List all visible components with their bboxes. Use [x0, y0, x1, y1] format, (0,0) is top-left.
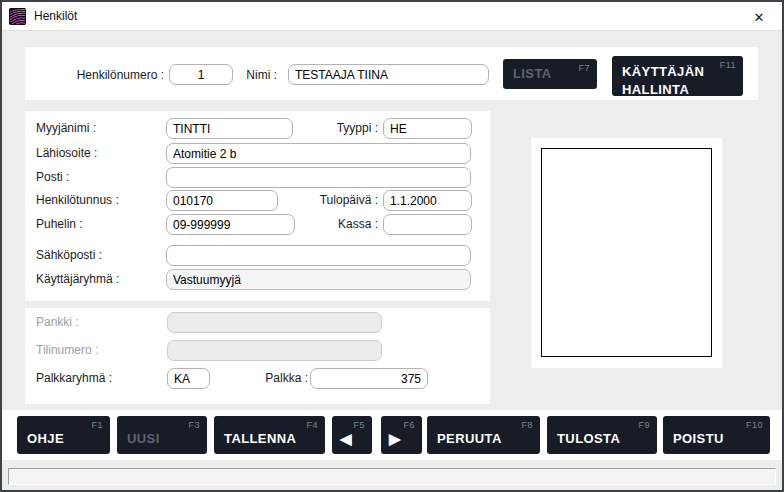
poistu-fkey: F10	[746, 420, 763, 430]
previous-arrow-icon: ◀	[340, 430, 352, 448]
peruuta-label: PERUUTA	[437, 431, 502, 446]
window-title: Henkilöt	[34, 9, 77, 23]
title-bar: Henkilöt ✕	[2, 2, 782, 31]
tilinumero-label: Tilinumero :	[36, 342, 98, 358]
header-panel: Henkilönumero : Nimi : F7 LISTA F11 KÄYT…	[25, 47, 758, 100]
lista-label: LISTA	[513, 66, 552, 81]
next-record-button[interactable]: F6 ▶	[381, 416, 422, 454]
tallenna-label: TALLENNA	[224, 431, 296, 446]
henkilot-window: Henkilöt ✕ Henkilönumero : Nimi : F7 LIS…	[0, 0, 784, 492]
uusi-fkey: F3	[188, 420, 200, 430]
peruuta-button[interactable]: F8 PERUUTA	[427, 416, 540, 454]
nimi-input[interactable]	[288, 64, 489, 85]
photo-panel	[531, 138, 722, 368]
henkilotunnus-label: Henkilötunnus :	[36, 192, 119, 208]
kayttajaryhma-label: Käyttäjäryhmä :	[36, 271, 119, 287]
sahkoposti-label: Sähköposti :	[36, 247, 102, 263]
henkilotunnus-input[interactable]	[166, 190, 278, 211]
puhelin-label: Puhelin :	[36, 216, 83, 232]
tulopaiva-input[interactable]	[383, 190, 472, 211]
sahkoposti-input[interactable]	[166, 245, 471, 266]
tulopaiva-label: Tulopäivä :	[268, 192, 378, 208]
kayttajan-hallinta-label: KÄYTTÄJÄN HALLINTA	[622, 63, 718, 98]
palkkaryhma-label: Palkkaryhmä :	[36, 370, 112, 386]
pankki-label: Pankki :	[36, 314, 79, 330]
poistu-button[interactable]: F10 POISTU	[663, 416, 770, 454]
kayttajan-hallinta-fkey: F11	[720, 60, 736, 70]
toolbar: F1 OHJE F3 UUSI F4 TALLENNA F5 ◀ F6 ▶ F8…	[2, 410, 782, 460]
palkka-input[interactable]	[310, 368, 428, 389]
poistu-label: POISTU	[673, 431, 724, 446]
tulosta-button[interactable]: F9 TULOSTA	[547, 416, 657, 454]
tallenna-button[interactable]: F4 TALLENNA	[214, 416, 325, 454]
next-arrow-icon: ▶	[389, 430, 401, 448]
app-logo-icon	[9, 8, 26, 25]
peruuta-fkey: F8	[521, 420, 533, 430]
tilinumero-input	[167, 340, 382, 361]
person-form-panel: Myyjänimi : Tyyppi : Lähiosoite : Posti …	[25, 111, 490, 301]
lahiosoite-input[interactable]	[166, 143, 471, 164]
posti-label: Posti :	[36, 169, 69, 185]
uusi-button[interactable]: F3 UUSI	[117, 416, 207, 454]
tyyppi-input[interactable]	[383, 118, 472, 139]
uusi-label: UUSI	[127, 431, 160, 446]
ohje-label: OHJE	[27, 431, 64, 446]
pankki-input	[167, 312, 382, 333]
kayttajaryhma-input[interactable]	[166, 269, 471, 290]
kassa-input[interactable]	[383, 214, 472, 235]
tulosta-label: TULOSTA	[557, 431, 620, 446]
next-fkey: F6	[403, 420, 415, 430]
lista-fkey: F7	[578, 63, 590, 73]
nimi-label: Nimi :	[225, 67, 277, 83]
henkilonumero-input[interactable]	[169, 64, 233, 85]
kayttajan-hallinta-button[interactable]: F11 KÄYTTÄJÄN HALLINTA	[612, 56, 743, 96]
previous-record-button[interactable]: F5 ◀	[332, 416, 372, 454]
lahiosoite-label: Lähiosoite :	[36, 145, 97, 161]
palkkaryhma-input[interactable]	[167, 368, 210, 389]
lista-button[interactable]: F7 LISTA	[503, 59, 597, 89]
salary-panel: Pankki : Tilinumero : Palkkaryhmä : Palk…	[25, 308, 490, 404]
myyjanimi-label: Myyjänimi :	[36, 120, 96, 136]
palkka-label: Palkka :	[205, 370, 308, 386]
ohje-button[interactable]: F1 OHJE	[17, 416, 110, 454]
tyyppi-label: Tyyppi :	[268, 120, 378, 136]
status-bar	[8, 468, 776, 485]
tallenna-fkey: F4	[306, 420, 318, 430]
kassa-label: Kassa :	[268, 216, 378, 232]
ohje-fkey: F1	[91, 420, 103, 430]
posti-input[interactable]	[166, 167, 471, 188]
previous-fkey: F5	[353, 420, 365, 430]
photo-placeholder	[541, 148, 712, 357]
henkilonumero-label: Henkilönumero :	[45, 67, 164, 83]
tulosta-fkey: F9	[638, 420, 650, 430]
close-icon[interactable]: ✕	[748, 6, 770, 28]
